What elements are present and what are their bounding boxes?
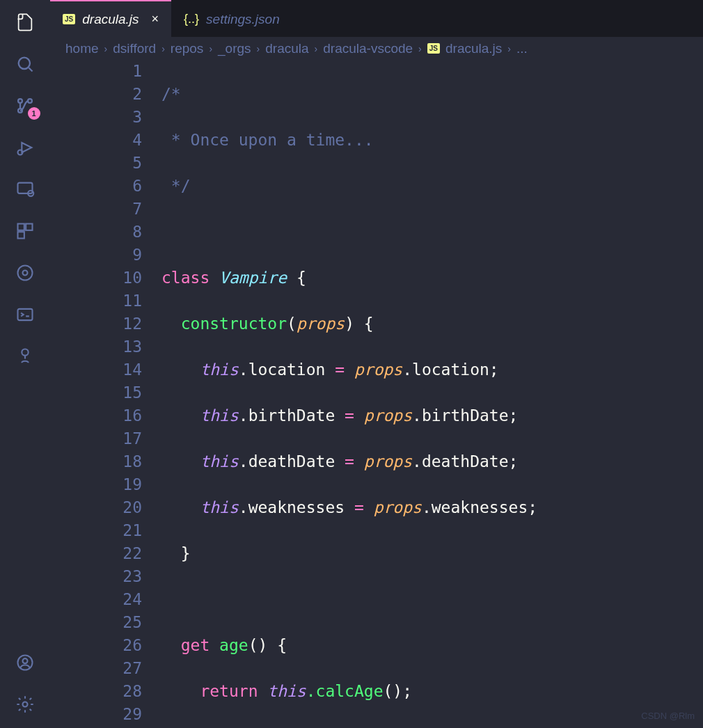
svg-point-0	[18, 58, 29, 69]
js-file-icon: JS	[427, 43, 440, 54]
source-control-icon[interactable]: 1	[14, 95, 36, 117]
svg-rect-9	[17, 232, 24, 238]
tab-settings-json[interactable]: {..} settings.json	[171, 0, 292, 37]
crumb-tail[interactable]: ...	[516, 41, 528, 56]
svg-rect-12	[17, 309, 32, 320]
scm-badge: 1	[28, 107, 40, 120]
line-gutter: 1 2 3 4 5 6 7 8 9 10 11 12 13 14 15 16 1…	[50, 60, 161, 728]
crumb[interactable]: _orgs	[218, 41, 251, 56]
svg-rect-7	[17, 224, 24, 230]
crumb[interactable]: dracula-vscode	[323, 41, 413, 56]
terminal-icon[interactable]	[14, 303, 36, 326]
crumb[interactable]: dracula	[265, 41, 308, 56]
search-icon[interactable]	[14, 53, 36, 75]
tab-label: dracula.js	[82, 12, 139, 27]
crumb[interactable]: home	[65, 41, 99, 56]
json-file-icon: {..}	[184, 12, 199, 26]
crumb-file[interactable]: dracula.js	[445, 41, 502, 56]
crumb[interactable]: dsifford	[113, 41, 156, 56]
svg-point-4	[17, 150, 22, 155]
explorer-icon[interactable]	[14, 11, 36, 33]
js-file-icon: JS	[63, 14, 75, 24]
svg-point-11	[22, 271, 27, 276]
tab-label: settings.json	[206, 12, 280, 27]
svg-rect-5	[17, 183, 32, 193]
activity-bar: 1	[0, 0, 50, 728]
svg-point-2	[28, 99, 32, 103]
svg-point-16	[22, 702, 27, 707]
tabs-bar: JS dracula.js × {..} settings.json	[50, 0, 703, 37]
watermark: CSDN @Rlm	[641, 711, 695, 721]
tab-dracula-js[interactable]: JS dracula.js ×	[50, 0, 171, 37]
svg-rect-8	[26, 224, 32, 230]
svg-point-10	[17, 266, 32, 280]
breadcrumb[interactable]: home› dsifford› repos› _orgs› dracula› d…	[50, 37, 703, 60]
gitlens-icon[interactable]	[14, 262, 36, 284]
svg-point-15	[22, 658, 27, 663]
debug-icon[interactable]	[14, 136, 36, 159]
crumb[interactable]: repos	[171, 41, 204, 56]
remote-icon[interactable]	[14, 178, 36, 200]
code-editor[interactable]: 1 2 3 4 5 6 7 8 9 10 11 12 13 14 15 16 1…	[50, 60, 703, 728]
settings-icon[interactable]	[14, 693, 36, 715]
close-icon[interactable]: ×	[152, 12, 159, 26]
svg-point-1	[18, 99, 22, 103]
code-content[interactable]: /* * Once upon a time... */ class Vampir…	[161, 60, 703, 728]
svg-point-13	[22, 349, 28, 356]
tree-icon[interactable]	[14, 345, 36, 367]
editor-area: JS dracula.js × {..} settings.json home›…	[50, 0, 703, 728]
account-icon[interactable]	[14, 651, 36, 674]
extensions-icon[interactable]	[14, 220, 36, 242]
